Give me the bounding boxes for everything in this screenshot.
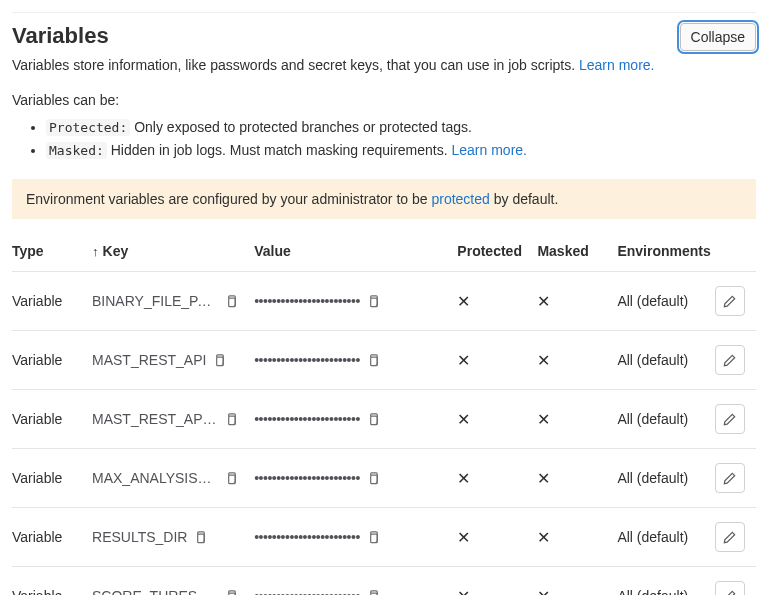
learn-more-link[interactable]: Learn more.	[579, 57, 654, 73]
cell-key: SCORE_THRESHOLD_C…	[92, 567, 254, 596]
variables-can-be-label: Variables can be:	[12, 90, 756, 111]
edit-button[interactable]	[715, 404, 745, 434]
copy-key-icon[interactable]	[224, 294, 239, 309]
x-icon: ✕	[457, 410, 470, 429]
cell-actions	[715, 272, 756, 331]
copy-key-icon[interactable]	[224, 412, 239, 427]
table-row: VariableMAST_REST_API_KEY ••••••••••••••…	[12, 390, 756, 449]
collapse-button[interactable]: Collapse	[680, 23, 756, 51]
cell-protected: ✕	[457, 449, 537, 508]
x-icon: ✕	[537, 292, 550, 311]
masked-learn-more-link[interactable]: Learn more.	[452, 142, 527, 158]
col-header-value[interactable]: Value	[254, 235, 457, 272]
edit-button[interactable]	[715, 581, 745, 595]
cell-type: Variable	[12, 390, 92, 449]
x-icon: ✕	[537, 410, 550, 429]
col-header-key[interactable]: ↑Key	[92, 235, 254, 272]
value-text: ••••••••••••••••••••••••	[254, 588, 360, 595]
table-row: VariableMAX_ANALYSIS_TIME ••••••••••••••…	[12, 449, 756, 508]
copy-value-icon[interactable]	[366, 294, 381, 309]
copy-value-icon[interactable]	[366, 353, 381, 368]
cell-type: Variable	[12, 508, 92, 567]
protected-link[interactable]: protected	[431, 191, 489, 207]
x-icon: ✕	[457, 587, 470, 596]
value-text: ••••••••••••••••••••••••	[254, 529, 360, 545]
edit-button[interactable]	[715, 345, 745, 375]
intro-body: Variables store information, like passwo…	[12, 57, 579, 73]
value-text: ••••••••••••••••••••••••	[254, 293, 360, 309]
cell-masked: ✕	[537, 567, 617, 596]
copy-key-icon[interactable]	[193, 530, 208, 545]
copy-key-icon[interactable]	[224, 471, 239, 486]
intro-text: Variables store information, like passwo…	[12, 55, 756, 76]
cell-masked: ✕	[537, 390, 617, 449]
cell-protected: ✕	[457, 272, 537, 331]
col-header-type[interactable]: Type	[12, 235, 92, 272]
variables-table: Type ↑Key Value Protected Masked Environ…	[12, 235, 756, 595]
edit-button[interactable]	[715, 463, 745, 493]
cell-value: ••••••••••••••••••••••••	[254, 272, 457, 331]
cell-actions	[715, 331, 756, 390]
copy-key-icon[interactable]	[212, 353, 227, 368]
edit-button[interactable]	[715, 286, 745, 316]
cell-key: MAST_REST_API	[92, 331, 254, 390]
admin-note-suffix: by default.	[490, 191, 559, 207]
protected-text: Only exposed to protected branches or pr…	[130, 119, 472, 135]
copy-value-icon[interactable]	[366, 412, 381, 427]
cell-key: MAST_REST_API_KEY	[92, 390, 254, 449]
col-header-environments[interactable]: Environments	[617, 235, 714, 272]
x-icon: ✕	[457, 528, 470, 547]
cell-protected: ✕	[457, 331, 537, 390]
cell-environments: All (default)	[617, 331, 714, 390]
key-text: MAST_REST_API	[92, 352, 206, 368]
variable-definitions-list: Protected: Only exposed to protected bra…	[12, 117, 756, 161]
table-row: VariableSCORE_THRESHOLD_C… •••••••••••••…	[12, 567, 756, 596]
cell-environments: All (default)	[617, 508, 714, 567]
key-header-label: Key	[103, 243, 129, 259]
key-text: MAST_REST_API_KEY	[92, 411, 218, 427]
cell-environments: All (default)	[617, 567, 714, 596]
col-header-protected[interactable]: Protected	[457, 235, 537, 272]
copy-value-icon[interactable]	[366, 530, 381, 545]
cell-masked: ✕	[537, 508, 617, 567]
x-icon: ✕	[537, 587, 550, 596]
cell-value: ••••••••••••••••••••••••	[254, 567, 457, 596]
x-icon: ✕	[457, 292, 470, 311]
copy-value-icon[interactable]	[366, 589, 381, 596]
cell-masked: ✕	[537, 331, 617, 390]
key-text: MAX_ANALYSIS_TIME	[92, 470, 218, 486]
col-header-masked[interactable]: Masked	[537, 235, 617, 272]
key-text: SCORE_THRESHOLD_C…	[92, 588, 218, 595]
x-icon: ✕	[457, 351, 470, 370]
copy-value-icon[interactable]	[366, 471, 381, 486]
cell-actions	[715, 567, 756, 596]
cell-protected: ✕	[457, 567, 537, 596]
cell-type: Variable	[12, 567, 92, 596]
cell-actions	[715, 390, 756, 449]
protected-definition: Protected: Only exposed to protected bra…	[46, 117, 756, 138]
cell-key: RESULTS_DIR	[92, 508, 254, 567]
value-text: ••••••••••••••••••••••••	[254, 411, 360, 427]
value-text: ••••••••••••••••••••••••	[254, 352, 360, 368]
key-text: RESULTS_DIR	[92, 529, 187, 545]
cell-environments: All (default)	[617, 390, 714, 449]
page-title: Variables	[12, 23, 109, 49]
admin-note: Environment variables are configured by …	[12, 179, 756, 219]
cell-value: ••••••••••••••••••••••••	[254, 331, 457, 390]
cell-actions	[715, 508, 756, 567]
masked-definition: Masked: Hidden in job logs. Must match m…	[46, 140, 756, 161]
cell-key: BINARY_FILE_PATH	[92, 272, 254, 331]
copy-key-icon[interactable]	[224, 589, 239, 596]
admin-note-prefix: Environment variables are configured by …	[26, 191, 431, 207]
cell-value: ••••••••••••••••••••••••	[254, 508, 457, 567]
table-row: VariableBINARY_FILE_PATH •••••••••••••••…	[12, 272, 756, 331]
edit-button[interactable]	[715, 522, 745, 552]
cell-type: Variable	[12, 331, 92, 390]
x-icon: ✕	[537, 528, 550, 547]
cell-actions	[715, 449, 756, 508]
cell-type: Variable	[12, 272, 92, 331]
cell-environments: All (default)	[617, 449, 714, 508]
cell-masked: ✕	[537, 449, 617, 508]
table-row: VariableMAST_REST_API ••••••••••••••••••…	[12, 331, 756, 390]
x-icon: ✕	[537, 351, 550, 370]
